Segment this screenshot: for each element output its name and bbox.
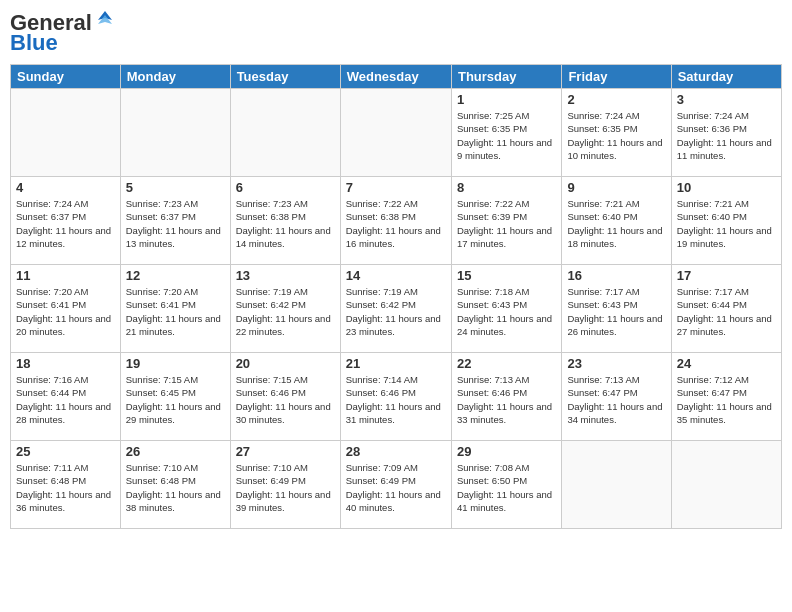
calendar-cell: 17Sunrise: 7:17 AM Sunset: 6:44 PM Dayli…: [671, 265, 781, 353]
day-info: Sunrise: 7:10 AM Sunset: 6:49 PM Dayligh…: [236, 461, 335, 514]
logo: General Blue: [10, 10, 116, 56]
day-info: Sunrise: 7:18 AM Sunset: 6:43 PM Dayligh…: [457, 285, 556, 338]
day-info: Sunrise: 7:24 AM Sunset: 6:36 PM Dayligh…: [677, 109, 776, 162]
day-info: Sunrise: 7:20 AM Sunset: 6:41 PM Dayligh…: [126, 285, 225, 338]
day-info: Sunrise: 7:24 AM Sunset: 6:35 PM Dayligh…: [567, 109, 665, 162]
week-row-1: 1Sunrise: 7:25 AM Sunset: 6:35 PM Daylig…: [11, 89, 782, 177]
svg-marker-1: [98, 15, 112, 24]
day-number: 19: [126, 356, 225, 371]
calendar-cell: [340, 89, 451, 177]
weekday-saturday: Saturday: [671, 65, 781, 89]
day-info: Sunrise: 7:22 AM Sunset: 6:38 PM Dayligh…: [346, 197, 446, 250]
calendar-cell: 2Sunrise: 7:24 AM Sunset: 6:35 PM Daylig…: [562, 89, 671, 177]
day-number: 24: [677, 356, 776, 371]
calendar-cell: 11Sunrise: 7:20 AM Sunset: 6:41 PM Dayli…: [11, 265, 121, 353]
day-info: Sunrise: 7:08 AM Sunset: 6:50 PM Dayligh…: [457, 461, 556, 514]
day-info: Sunrise: 7:23 AM Sunset: 6:38 PM Dayligh…: [236, 197, 335, 250]
calendar-cell: 9Sunrise: 7:21 AM Sunset: 6:40 PM Daylig…: [562, 177, 671, 265]
day-number: 9: [567, 180, 665, 195]
calendar-cell: 24Sunrise: 7:12 AM Sunset: 6:47 PM Dayli…: [671, 353, 781, 441]
day-number: 8: [457, 180, 556, 195]
calendar-cell: [11, 89, 121, 177]
day-info: Sunrise: 7:11 AM Sunset: 6:48 PM Dayligh…: [16, 461, 115, 514]
calendar-cell: [562, 441, 671, 529]
calendar-cell: 3Sunrise: 7:24 AM Sunset: 6:36 PM Daylig…: [671, 89, 781, 177]
day-info: Sunrise: 7:19 AM Sunset: 6:42 PM Dayligh…: [236, 285, 335, 338]
day-number: 14: [346, 268, 446, 283]
day-number: 21: [346, 356, 446, 371]
calendar-cell: 4Sunrise: 7:24 AM Sunset: 6:37 PM Daylig…: [11, 177, 121, 265]
calendar-cell: 6Sunrise: 7:23 AM Sunset: 6:38 PM Daylig…: [230, 177, 340, 265]
calendar-cell: 29Sunrise: 7:08 AM Sunset: 6:50 PM Dayli…: [451, 441, 561, 529]
day-info: Sunrise: 7:23 AM Sunset: 6:37 PM Dayligh…: [126, 197, 225, 250]
page: General Blue SundayMondayTuesdayWednesda…: [0, 0, 792, 612]
day-info: Sunrise: 7:15 AM Sunset: 6:45 PM Dayligh…: [126, 373, 225, 426]
day-info: Sunrise: 7:21 AM Sunset: 6:40 PM Dayligh…: [567, 197, 665, 250]
calendar-cell: 25Sunrise: 7:11 AM Sunset: 6:48 PM Dayli…: [11, 441, 121, 529]
weekday-tuesday: Tuesday: [230, 65, 340, 89]
calendar-cell: 26Sunrise: 7:10 AM Sunset: 6:48 PM Dayli…: [120, 441, 230, 529]
weekday-friday: Friday: [562, 65, 671, 89]
calendar-cell: 18Sunrise: 7:16 AM Sunset: 6:44 PM Dayli…: [11, 353, 121, 441]
calendar-cell: 7Sunrise: 7:22 AM Sunset: 6:38 PM Daylig…: [340, 177, 451, 265]
calendar-cell: [671, 441, 781, 529]
weekday-sunday: Sunday: [11, 65, 121, 89]
week-row-4: 18Sunrise: 7:16 AM Sunset: 6:44 PM Dayli…: [11, 353, 782, 441]
day-number: 7: [346, 180, 446, 195]
calendar-cell: 19Sunrise: 7:15 AM Sunset: 6:45 PM Dayli…: [120, 353, 230, 441]
week-row-2: 4Sunrise: 7:24 AM Sunset: 6:37 PM Daylig…: [11, 177, 782, 265]
calendar-cell: 12Sunrise: 7:20 AM Sunset: 6:41 PM Dayli…: [120, 265, 230, 353]
day-info: Sunrise: 7:17 AM Sunset: 6:44 PM Dayligh…: [677, 285, 776, 338]
day-info: Sunrise: 7:10 AM Sunset: 6:48 PM Dayligh…: [126, 461, 225, 514]
day-number: 17: [677, 268, 776, 283]
day-number: 4: [16, 180, 115, 195]
day-number: 1: [457, 92, 556, 107]
day-number: 25: [16, 444, 115, 459]
calendar-cell: 13Sunrise: 7:19 AM Sunset: 6:42 PM Dayli…: [230, 265, 340, 353]
weekday-thursday: Thursday: [451, 65, 561, 89]
day-number: 28: [346, 444, 446, 459]
calendar-cell: 1Sunrise: 7:25 AM Sunset: 6:35 PM Daylig…: [451, 89, 561, 177]
day-info: Sunrise: 7:19 AM Sunset: 6:42 PM Dayligh…: [346, 285, 446, 338]
day-info: Sunrise: 7:25 AM Sunset: 6:35 PM Dayligh…: [457, 109, 556, 162]
day-number: 13: [236, 268, 335, 283]
day-number: 22: [457, 356, 556, 371]
day-info: Sunrise: 7:14 AM Sunset: 6:46 PM Dayligh…: [346, 373, 446, 426]
calendar-cell: 14Sunrise: 7:19 AM Sunset: 6:42 PM Dayli…: [340, 265, 451, 353]
calendar: SundayMondayTuesdayWednesdayThursdayFrid…: [10, 64, 782, 529]
calendar-cell: 21Sunrise: 7:14 AM Sunset: 6:46 PM Dayli…: [340, 353, 451, 441]
day-number: 2: [567, 92, 665, 107]
day-number: 11: [16, 268, 115, 283]
week-row-3: 11Sunrise: 7:20 AM Sunset: 6:41 PM Dayli…: [11, 265, 782, 353]
day-number: 16: [567, 268, 665, 283]
day-number: 15: [457, 268, 556, 283]
calendar-cell: 22Sunrise: 7:13 AM Sunset: 6:46 PM Dayli…: [451, 353, 561, 441]
weekday-header-row: SundayMondayTuesdayWednesdayThursdayFrid…: [11, 65, 782, 89]
day-number: 10: [677, 180, 776, 195]
calendar-cell: [120, 89, 230, 177]
day-info: Sunrise: 7:24 AM Sunset: 6:37 PM Dayligh…: [16, 197, 115, 250]
calendar-cell: 8Sunrise: 7:22 AM Sunset: 6:39 PM Daylig…: [451, 177, 561, 265]
weekday-monday: Monday: [120, 65, 230, 89]
day-info: Sunrise: 7:22 AM Sunset: 6:39 PM Dayligh…: [457, 197, 556, 250]
day-info: Sunrise: 7:13 AM Sunset: 6:47 PM Dayligh…: [567, 373, 665, 426]
calendar-cell: 10Sunrise: 7:21 AM Sunset: 6:40 PM Dayli…: [671, 177, 781, 265]
calendar-cell: [230, 89, 340, 177]
logo-bird-icon: [94, 11, 116, 29]
day-number: 23: [567, 356, 665, 371]
day-info: Sunrise: 7:17 AM Sunset: 6:43 PM Dayligh…: [567, 285, 665, 338]
calendar-cell: 5Sunrise: 7:23 AM Sunset: 6:37 PM Daylig…: [120, 177, 230, 265]
calendar-cell: 15Sunrise: 7:18 AM Sunset: 6:43 PM Dayli…: [451, 265, 561, 353]
week-row-5: 25Sunrise: 7:11 AM Sunset: 6:48 PM Dayli…: [11, 441, 782, 529]
day-number: 29: [457, 444, 556, 459]
day-number: 5: [126, 180, 225, 195]
calendar-cell: 20Sunrise: 7:15 AM Sunset: 6:46 PM Dayli…: [230, 353, 340, 441]
day-info: Sunrise: 7:21 AM Sunset: 6:40 PM Dayligh…: [677, 197, 776, 250]
calendar-cell: 27Sunrise: 7:10 AM Sunset: 6:49 PM Dayli…: [230, 441, 340, 529]
calendar-cell: 28Sunrise: 7:09 AM Sunset: 6:49 PM Dayli…: [340, 441, 451, 529]
calendar-cell: 23Sunrise: 7:13 AM Sunset: 6:47 PM Dayli…: [562, 353, 671, 441]
day-number: 6: [236, 180, 335, 195]
logo-container: General Blue: [10, 10, 116, 56]
calendar-cell: 16Sunrise: 7:17 AM Sunset: 6:43 PM Dayli…: [562, 265, 671, 353]
day-info: Sunrise: 7:20 AM Sunset: 6:41 PM Dayligh…: [16, 285, 115, 338]
